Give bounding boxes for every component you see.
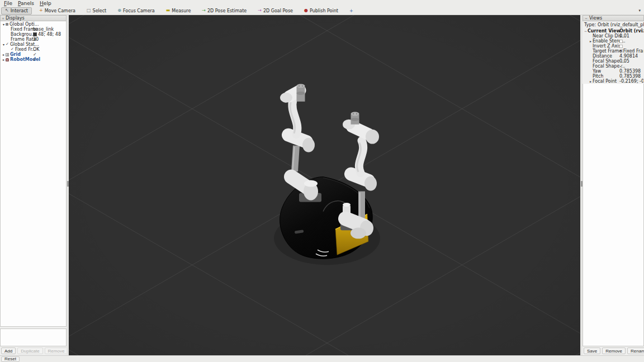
row-grid[interactable]: ▸Grid✓ xyxy=(1,52,66,57)
tool-2d-pose-estimate[interactable]: →2D Pose Estimate xyxy=(198,7,250,15)
tool-select[interactable]: □Select xyxy=(83,7,110,15)
row-robot-model[interactable]: ▸RobotModel✓ xyxy=(1,57,66,62)
row-focal-shape-fixed[interactable]: Focal Shape ...✓ xyxy=(583,64,644,69)
view-type-select[interactable]: Orbit (rviz_default_plugins) xyxy=(598,22,644,27)
row-near-clip[interactable]: Near Clip Dis...0.01 xyxy=(583,34,644,39)
row-fixed-frame-status[interactable]: ✓Fixed Fr...OK xyxy=(1,47,66,52)
property-value[interactable]: 0.785398 xyxy=(619,69,643,74)
tool-2d-goal-pose[interactable]: →2D Goal Pose xyxy=(254,7,297,15)
property-name: Backgrou... xyxy=(11,32,36,37)
tool-label: 2D Pose Estimate xyxy=(207,8,247,13)
property-value[interactable]: 30 xyxy=(33,37,65,42)
property-value[interactable]: 0.01 xyxy=(619,34,643,39)
tool--[interactable]: + xyxy=(345,7,357,15)
row-global-options[interactable]: ▾Global Opti... xyxy=(1,22,66,27)
menu-file[interactable]: File xyxy=(2,1,15,6)
toolbar-overflow-icon[interactable]: ▾ xyxy=(636,8,643,13)
property-name: Distance xyxy=(593,54,612,59)
checkbox-empty-icon[interactable] xyxy=(619,40,623,43)
displays-panel-header[interactable]: ▿ Displays xyxy=(0,15,67,21)
add-button[interactable]: Add xyxy=(1,347,16,354)
row-focal-shape-size[interactable]: Focal Shape ...0.05 xyxy=(583,59,644,64)
reset-button[interactable]: Reset xyxy=(1,356,20,362)
value-text: 0.785398 xyxy=(619,74,641,79)
tool-move-camera[interactable]: +Move Camera xyxy=(35,7,79,15)
views-panel-header[interactable]: − Views xyxy=(583,15,644,21)
value-text: 30 xyxy=(33,37,39,42)
value-text: 48; 48; 48 xyxy=(38,32,61,37)
property-value[interactable]: ✓ xyxy=(33,57,65,62)
measure-icon: ▬ xyxy=(166,8,171,13)
views-panel-title: Views xyxy=(589,16,602,21)
checkbox-checked-icon[interactable]: ✓ xyxy=(619,64,623,69)
property-value[interactable]: <Fixed Frame> xyxy=(619,49,643,54)
remove-button[interactable]: Remove xyxy=(602,347,626,354)
splitter-handle-icon[interactable] xyxy=(581,181,583,187)
property-name: Pitch xyxy=(593,74,603,79)
property-value[interactable]: 4.90814 xyxy=(619,54,643,59)
property-value[interactable]: 48; 48; 48 xyxy=(33,32,65,37)
vignette xyxy=(69,15,580,355)
tool-focus-camera[interactable]: ⊕Focus Camera xyxy=(113,7,159,15)
property-value[interactable]: ✓ xyxy=(33,52,65,57)
tool-label: Select xyxy=(93,8,107,13)
property-value[interactable]: 0.05 xyxy=(619,59,643,64)
row-global-status[interactable]: ▾✓Global Stat... xyxy=(1,42,66,47)
displays-button-row: AddDuplicateRemoveRename xyxy=(0,346,67,355)
value-text: base_link xyxy=(33,27,54,32)
property-value[interactable]: Orbit (rviz) xyxy=(619,28,643,34)
property-value[interactable]: base_link xyxy=(33,27,65,32)
row-pitch[interactable]: Pitch0.785398 xyxy=(583,74,644,79)
display-description-box xyxy=(0,328,67,346)
row-yaw[interactable]: Yaw0.785398 xyxy=(583,69,644,74)
3d-viewport[interactable] xyxy=(69,15,580,355)
property-value[interactable]: -0.2169; -0.2 xyxy=(619,79,643,84)
duplicate-button: Duplicate xyxy=(17,347,42,354)
expander-icon[interactable]: − xyxy=(584,28,588,34)
tool-label: 2D Goal Pose xyxy=(263,8,293,13)
status-bar: Reset xyxy=(0,355,644,362)
expander-icon[interactable]: ▸ xyxy=(2,57,6,62)
checkbox-checked-icon[interactable]: ✓ xyxy=(33,53,37,57)
menu-help[interactable]: Help xyxy=(37,1,54,6)
collapse-icon[interactable]: − xyxy=(585,16,588,20)
tool-measure[interactable]: ▬Measure xyxy=(162,7,195,15)
tool-publish-point[interactable]: ●Publish Point xyxy=(300,7,342,15)
property-value[interactable] xyxy=(619,39,643,44)
pose-estimate-icon: → xyxy=(202,8,206,13)
menu-panels[interactable]: Panels xyxy=(16,1,36,6)
property-value[interactable]: ✓ xyxy=(619,64,643,69)
displays-tree: ▾Global Opti...Fixed Framebase_linkBackg… xyxy=(0,21,67,327)
row-focal-point[interactable]: ▸Focal Point-0.2169; -0.2 xyxy=(583,79,644,84)
row-enable-stereo[interactable]: ▸Enable Stere... xyxy=(583,39,644,44)
expander-icon[interactable]: ▾ xyxy=(2,42,6,47)
row-frame-rate[interactable]: Frame Rate30 xyxy=(1,37,66,42)
expander-icon[interactable]: ▾ xyxy=(2,22,6,27)
expander-icon[interactable]: ▸ xyxy=(589,79,593,84)
property-value[interactable]: OK xyxy=(33,47,65,52)
value-text: 0.05 xyxy=(619,59,629,64)
collapse-icon[interactable]: ▿ xyxy=(2,16,4,20)
row-background-color[interactable]: Backgrou...48; 48; 48 xyxy=(1,32,66,37)
save-button[interactable]: Save xyxy=(584,347,600,354)
row-target-frame[interactable]: Target Frame<Fixed Frame> xyxy=(583,49,644,54)
property-value[interactable] xyxy=(619,44,643,49)
move-camera-icon: + xyxy=(39,8,43,13)
checkbox-checked-icon[interactable]: ✓ xyxy=(33,58,37,62)
expander-icon[interactable]: ▸ xyxy=(2,52,6,57)
rename-button[interactable]: Rename xyxy=(627,347,644,354)
row-invert-z[interactable]: Invert Z Axis xyxy=(583,44,644,49)
property-value[interactable]: 0.785398 xyxy=(619,74,643,79)
displays-panel-title: Displays xyxy=(6,16,25,21)
row-current-view[interactable]: −Current ViewOrbit (rviz) xyxy=(583,28,644,34)
views-list[interactable] xyxy=(583,84,644,346)
tool-interact[interactable]: ↖Interact xyxy=(1,7,32,15)
checkbox-empty-icon[interactable] xyxy=(619,45,623,48)
value-text: 4.90814 xyxy=(619,54,638,59)
robot-icon xyxy=(6,58,9,61)
row-distance[interactable]: Distance4.90814 xyxy=(583,54,644,59)
row-fixed-frame[interactable]: Fixed Framebase_link xyxy=(1,27,66,32)
expander-icon[interactable]: ▸ xyxy=(589,39,593,44)
3d-scene xyxy=(69,15,580,355)
check-icon: ✓ xyxy=(11,47,14,52)
